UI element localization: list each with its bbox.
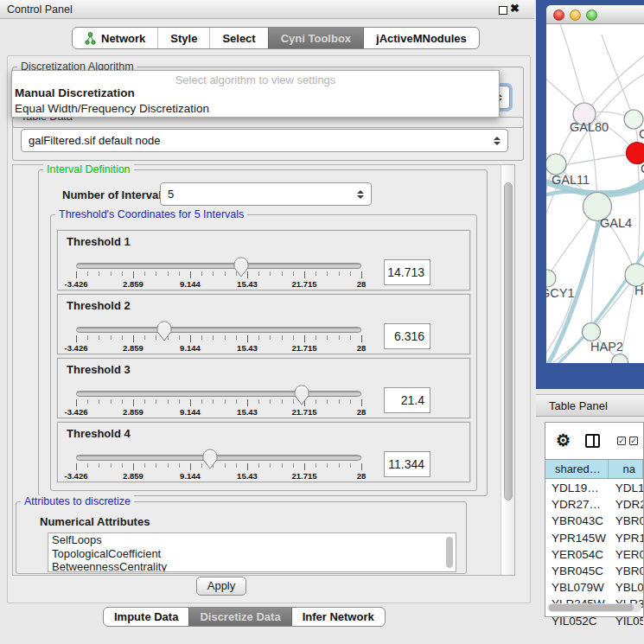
table-row[interactable]: YDR27…YDR27: [545, 496, 643, 513]
cell-name: YDR27: [609, 496, 643, 513]
node-table: ⚙ ✓ ✓ shared…na YDL19…YDL19YDR27…YDR27YB…: [545, 422, 644, 617]
table-panel-title: Table Panel: [549, 399, 608, 412]
threshold-value-field[interactable]: 6.316: [384, 323, 430, 349]
network-window-titlebar[interactable]: [546, 5, 644, 24]
attribute-list-item[interactable]: BetweennessCentrality: [48, 560, 456, 572]
bottom-tab-discretize-data[interactable]: Discretize Data: [188, 608, 290, 626]
tab-style[interactable]: Style: [157, 28, 209, 48]
slider-thumb[interactable]: [156, 321, 172, 344]
table-header-row[interactable]: shared…na: [545, 459, 643, 479]
network-view[interactable]: GAL80GACGAL11GAL4GCY1HHAP2: [546, 24, 644, 363]
apply-button[interactable]: Apply: [196, 577, 246, 596]
network-node[interactable]: [627, 143, 644, 164]
list-scrollbar-thumb[interactable]: [446, 537, 453, 568]
close-icon[interactable]: ✖: [510, 2, 520, 15]
horizontal-scrollbar[interactable]: [547, 603, 641, 612]
table-row[interactable]: YBR045CYBR045C: [545, 563, 643, 579]
vertical-scrollbar-thumb[interactable]: [504, 182, 513, 501]
tick-label: 2.859: [112, 343, 155, 353]
tick-label: -3.426: [54, 279, 98, 289]
gear-icon[interactable]: ⚙: [556, 430, 571, 450]
vertical-scrollbar[interactable]: [501, 165, 514, 575]
combo-arrows-icon: [494, 137, 501, 145]
slider-track[interactable]: [76, 327, 361, 333]
dropdown-option[interactable]: Equal Width/Frequency Discretization: [12, 101, 499, 117]
threshold-label: Threshold 1: [67, 235, 131, 248]
threshold-row: Threshold 3-3.4262.8599.14415.4321.71528…: [57, 358, 470, 418]
bottom-tab-infer-network[interactable]: Infer Network: [291, 608, 385, 626]
number-of-intervals-combo[interactable]: 5: [160, 182, 372, 206]
table-column-header[interactable]: shared…: [545, 460, 609, 478]
major-tick: [133, 335, 134, 342]
table-row[interactable]: YPR145WYPR145W: [545, 530, 643, 546]
network-graph[interactable]: GAL80GACGAL11GAL4GCY1HHAP2: [546, 24, 644, 363]
major-tick: [361, 463, 362, 470]
tab-jactivemnodules[interactable]: jActiveMNodules: [363, 28, 479, 48]
checkbox-icon[interactable]: ✓: [617, 437, 626, 445]
major-tick: [76, 399, 77, 406]
major-tick: [304, 463, 305, 470]
tab-select[interactable]: Select: [209, 28, 267, 48]
control-panel-title: Control Panel: [7, 3, 73, 16]
threshold-row: Threshold 1-3.4262.8599.14415.4321.71528…: [57, 230, 470, 290]
table-row[interactable]: YER054CYER054C: [545, 546, 643, 563]
minimize-traffic-light[interactable]: [570, 10, 581, 21]
tick-label: 28: [340, 343, 383, 353]
numerical-attributes-list[interactable]: SelfLoopsTopologicalCoefficientBetweenne…: [48, 532, 456, 572]
major-tick: [361, 335, 362, 342]
slider-track[interactable]: [76, 263, 361, 269]
close-traffic-light[interactable]: [553, 10, 564, 21]
threshold-row: Threshold 2-3.4262.8599.14415.4321.71528…: [57, 294, 470, 354]
horizontal-scrollbar-thumb[interactable]: [549, 604, 634, 611]
zoom-traffic-light[interactable]: [586, 10, 597, 21]
network-node[interactable]: [546, 154, 566, 175]
tab-network[interactable]: Network: [73, 28, 157, 48]
network-node[interactable]: [624, 110, 643, 129]
network-node-label: GAL11: [552, 173, 590, 187]
checkbox-icon[interactable]: ✓: [629, 437, 638, 445]
major-tick: [133, 271, 134, 278]
attribute-list-item[interactable]: TopologicalCoefficient: [48, 547, 456, 561]
table-row[interactable]: YBR043CYBR043C: [545, 513, 643, 529]
cell-name: YIL052C: [609, 613, 643, 629]
major-tick: [190, 463, 191, 470]
network-node[interactable]: [583, 323, 601, 341]
major-tick: [304, 335, 305, 342]
slider-ticks: [76, 399, 362, 404]
tick-label: 2.859: [112, 407, 155, 417]
table-row[interactable]: YIL052CYIL052C: [545, 613, 643, 629]
tick-label: 28: [340, 407, 383, 417]
threshold-value-field[interactable]: 14.713: [384, 259, 430, 285]
threshold-value-field[interactable]: 11.344: [384, 451, 430, 477]
control-panel-titlebar: Control Panel ✖: [0, 0, 534, 19]
columns-icon[interactable]: [585, 434, 600, 448]
table-data-combo-value: galFiltered.sif default node: [29, 134, 160, 147]
combo-arrows-icon: [357, 190, 364, 199]
network-icon: [85, 32, 96, 45]
table-row[interactable]: YDL19…YDL19: [545, 480, 643, 496]
threshold-value-field[interactable]: 21.4: [384, 387, 430, 413]
table-row[interactable]: YBL079WYBL079W: [545, 579, 643, 596]
network-node[interactable]: [546, 270, 556, 287]
slider-track[interactable]: [76, 391, 361, 397]
slider-ticks: [76, 335, 362, 340]
slider-thumb[interactable]: [294, 385, 309, 408]
table-data-combo[interactable]: galFiltered.sif default node: [21, 129, 508, 152]
tick-label: 28: [340, 279, 383, 289]
tick-label: 2.859: [112, 471, 155, 481]
tab-cyni-toolbox[interactable]: Cyni Toolbox: [268, 28, 363, 48]
attribute-list-item[interactable]: SelfLoops: [48, 533, 456, 547]
thresholds-group-title: Threshold's Coordinates for 5 Intervals: [55, 208, 247, 220]
slider-thumb[interactable]: [233, 257, 249, 280]
bottom-tab-impute-data[interactable]: Impute Data: [104, 608, 188, 626]
interval-definition-group-title: Interval Definition: [43, 163, 134, 175]
tick-label: 21.715: [283, 343, 326, 353]
slider-thumb[interactable]: [202, 449, 218, 472]
cell-shared-name: YDR27…: [545, 496, 609, 513]
float-panel-icon[interactable]: [499, 6, 507, 15]
slider-track[interactable]: [76, 455, 361, 461]
major-tick: [361, 399, 362, 406]
table-column-header[interactable]: na: [609, 460, 643, 478]
dropdown-option[interactable]: Manual Discretization: [12, 86, 499, 101]
network-edge: [558, 154, 634, 166]
